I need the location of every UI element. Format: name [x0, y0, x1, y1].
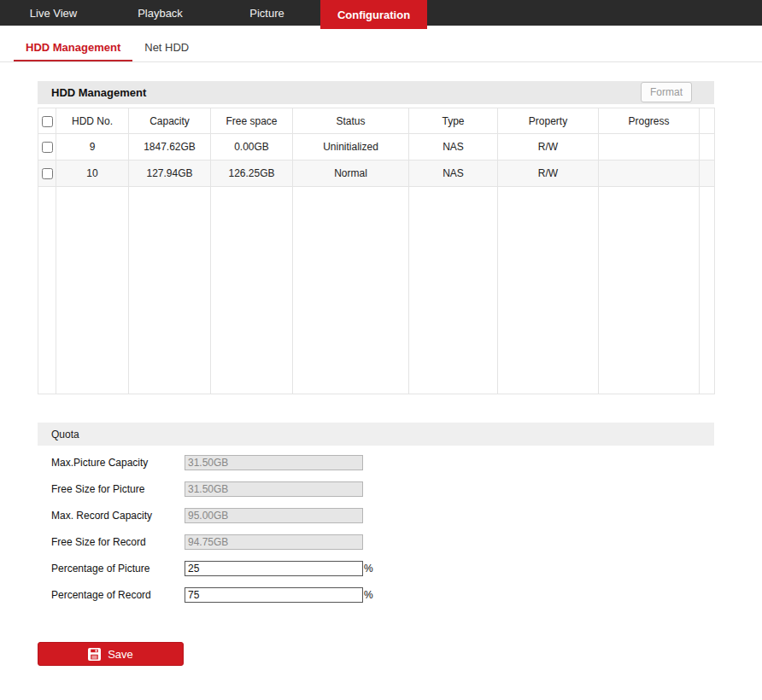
- select-all-checkbox[interactable]: [42, 116, 53, 127]
- cell-free-space: 126.25GB: [211, 160, 293, 187]
- table-empty-area: [38, 187, 715, 394]
- free-size-picture-label: Free Size for Picture: [51, 483, 185, 495]
- nav-item-picture[interactable]: Picture: [214, 0, 320, 26]
- save-icon: [88, 648, 101, 661]
- nav-item-configuration[interactable]: Configuration: [320, 0, 427, 29]
- col-header-progress: Progress: [599, 108, 700, 134]
- max-record-capacity-label: Max. Record Capacity: [51, 510, 185, 522]
- col-header-capacity: Capacity: [129, 108, 211, 134]
- col-header-hdd-no: HDD No.: [56, 108, 129, 134]
- hdd-panel-title: HDD Management: [51, 86, 146, 99]
- select-all-cell: [38, 108, 56, 134]
- col-header-free-space: Free space: [211, 108, 293, 134]
- hdd-panel-header: HDD Management Format: [38, 81, 714, 104]
- cell-status: Normal: [293, 160, 409, 187]
- percentage-picture-input[interactable]: [185, 561, 363, 576]
- max-record-capacity-field: [185, 508, 363, 523]
- top-nav: Live View Playback Picture Configuration: [0, 0, 762, 26]
- quota-panel: Quota Max.Picture Capacity Free Size for…: [38, 423, 714, 603]
- tab-hdd-management[interactable]: HDD Management: [14, 34, 132, 61]
- form-row-max-picture-capacity: Max.Picture Capacity: [51, 455, 714, 470]
- form-row-free-size-picture: Free Size for Picture: [51, 481, 714, 497]
- form-row-max-record-capacity: Max. Record Capacity: [51, 508, 714, 523]
- max-picture-capacity-label: Max.Picture Capacity: [51, 457, 185, 469]
- cell-capacity: 1847.62GB: [129, 134, 211, 160]
- percent-suffix: %: [364, 563, 373, 575]
- save-button[interactable]: Save: [38, 642, 184, 666]
- table-row: 9 1847.62GB 0.00GB Uninitialized NAS R/W: [38, 134, 715, 160]
- nav-item-playback[interactable]: Playback: [107, 0, 214, 26]
- percentage-picture-label: Percentage of Picture: [51, 563, 185, 575]
- cell-type: NAS: [409, 160, 498, 187]
- form-row-free-size-record: Free Size for Record: [51, 534, 714, 550]
- col-header-spacer: [700, 108, 715, 134]
- quota-panel-title: Quota: [51, 429, 79, 440]
- percentage-record-label: Percentage of Record: [51, 589, 185, 601]
- quota-form: Max.Picture Capacity Free Size for Pictu…: [38, 446, 714, 603]
- percentage-record-input[interactable]: [185, 587, 363, 603]
- cell-property: R/W: [498, 160, 599, 187]
- col-header-type: Type: [409, 108, 498, 134]
- free-size-record-field: [185, 534, 363, 550]
- cell-status: Uninitialized: [293, 134, 409, 160]
- cell-property: R/W: [498, 134, 599, 160]
- cell-capacity: 127.94GB: [129, 160, 211, 187]
- table-row: 10 127.94GB 126.25GB Normal NAS R/W: [38, 160, 715, 187]
- table-header-row: HDD No. Capacity Free space Status Type …: [38, 108, 715, 134]
- cell-progress: [599, 134, 700, 160]
- percent-suffix: %: [364, 589, 373, 601]
- max-picture-capacity-field: [185, 455, 363, 470]
- cell-type: NAS: [409, 134, 498, 160]
- row-select-checkbox[interactable]: [42, 142, 53, 153]
- hdd-table: HDD No. Capacity Free space Status Type …: [38, 108, 715, 394]
- cell-free-space: 0.00GB: [211, 134, 293, 160]
- form-row-percentage-record: Percentage of Record %: [51, 587, 714, 603]
- format-button[interactable]: Format: [641, 82, 692, 102]
- form-row-percentage-picture: Percentage of Picture %: [51, 561, 714, 576]
- content-area: HDD Management Format HDD No. Capacity F…: [38, 81, 714, 666]
- col-header-status: Status: [293, 108, 409, 134]
- col-header-property: Property: [498, 108, 599, 134]
- free-size-record-label: Free Size for Record: [51, 536, 185, 548]
- nav-item-live-view[interactable]: Live View: [0, 0, 107, 26]
- free-size-picture-field: [185, 481, 363, 497]
- cell-hdd-no: 9: [56, 134, 129, 160]
- save-button-label: Save: [108, 648, 133, 661]
- quota-panel-header: Quota: [38, 423, 714, 446]
- row-select-checkbox[interactable]: [42, 168, 53, 179]
- tab-net-hdd[interactable]: Net HDD: [132, 34, 201, 61]
- sub-tabs: HDD Management Net HDD: [0, 26, 762, 62]
- cell-hdd-no: 10: [56, 160, 129, 187]
- cell-progress: [599, 160, 700, 187]
